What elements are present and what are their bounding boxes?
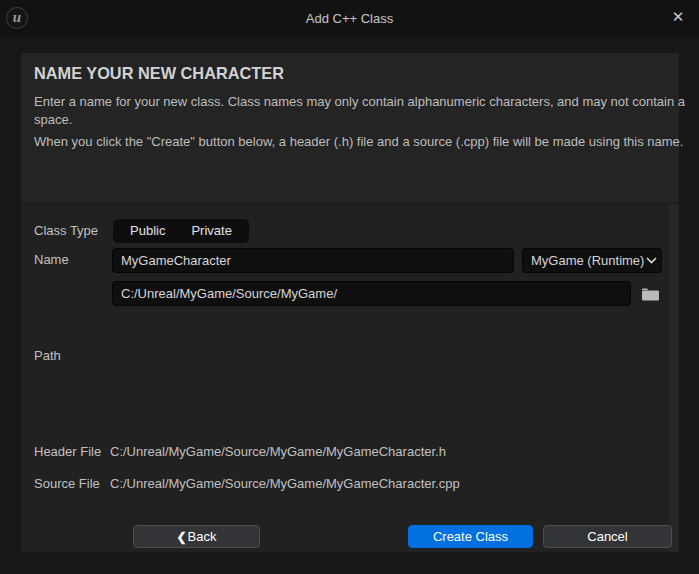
name-label: Name <box>34 248 69 272</box>
cancel-button-label: Cancel <box>587 529 627 544</box>
back-button-label: Back <box>188 529 217 544</box>
header-file-value: C:/Unreal/MyGame/Source/MyGame/MyGameCha… <box>110 440 446 464</box>
class-type-option-public[interactable]: Public <box>117 219 178 243</box>
dialog-body: NAME YOUR NEW CHARACTER Enter a name for… <box>21 53 679 552</box>
back-button[interactable]: ❮ Back <box>133 525 260 548</box>
class-type-label: Class Type <box>34 219 98 243</box>
description-text-1: Enter a name for your new class. Class n… <box>34 93 686 128</box>
module-dropdown[interactable]: MyGame (Runtime) <box>522 248 662 273</box>
header-file-label: Header File <box>34 440 101 464</box>
browse-folder-icon[interactable] <box>636 282 664 305</box>
create-class-button-label: Create Class <box>433 529 508 544</box>
chevron-left-icon: ❮ <box>177 530 187 544</box>
dialog-title: Add C++ Class <box>0 0 699 37</box>
chevron-down-icon <box>644 257 663 264</box>
cancel-button[interactable]: Cancel <box>543 525 672 548</box>
class-name-input[interactable] <box>112 248 514 273</box>
title-bar: u Add C++ Class ✕ <box>0 0 699 37</box>
create-class-button[interactable]: Create Class <box>408 525 533 548</box>
description-section: NAME YOUR NEW CHARACTER Enter a name for… <box>21 53 679 204</box>
path-label: Path <box>34 344 61 368</box>
source-file-value: C:/Unreal/MyGame/Source/MyGame/MyGameCha… <box>110 472 460 496</box>
class-type-segmented-control: Public Private <box>113 219 249 243</box>
class-type-option-private[interactable]: Private <box>178 219 244 243</box>
add-cpp-class-dialog: u Add C++ Class ✕ NAME YOUR NEW CHARACTE… <box>0 0 699 574</box>
description-text-2: When you click the "Create" button below… <box>34 133 686 151</box>
close-icon[interactable]: ✕ <box>665 4 691 30</box>
path-input[interactable] <box>112 281 631 306</box>
module-dropdown-value: MyGame (Runtime) <box>523 253 644 268</box>
source-file-label: Source File <box>34 472 100 496</box>
page-title: NAME YOUR NEW CHARACTER <box>34 64 640 84</box>
